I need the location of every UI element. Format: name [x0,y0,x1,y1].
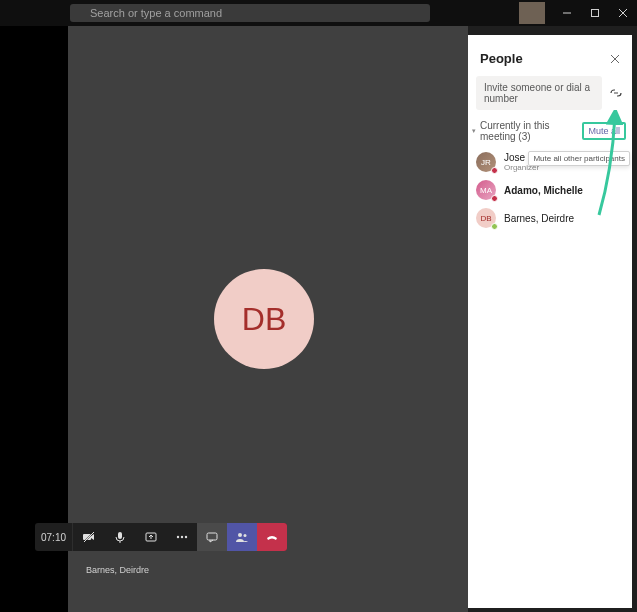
participant-row[interactable]: MAAdamo, Michelle [468,176,632,204]
search-placeholder: Search or type a command [90,7,222,19]
people-icon [235,530,249,544]
presence-indicator [491,167,498,174]
participant-avatar: DB [476,208,496,228]
svg-point-12 [184,536,186,538]
section-label: Currently in this meeting (3) [480,120,582,142]
svg-rect-7 [118,532,122,539]
people-close-button[interactable] [610,54,620,64]
mic-button[interactable] [104,523,135,551]
close-button[interactable] [609,0,637,26]
svg-rect-13 [207,533,217,540]
hangup-button[interactable] [257,523,287,551]
camera-button[interactable] [73,523,104,551]
participant-name: Barnes, Deirdre [504,213,574,224]
close-icon [618,8,628,18]
presence-indicator [491,195,498,202]
people-title: People [480,51,610,66]
share-icon [144,530,158,544]
people-button[interactable] [227,523,257,551]
participant-caption: Barnes, Deirdre [86,565,149,575]
chat-button[interactable] [197,523,227,551]
main-participant-avatar: DB [214,269,314,369]
share-invite-button[interactable] [608,87,624,99]
svg-point-15 [244,534,247,537]
close-icon [610,54,620,64]
share-button[interactable] [135,523,166,551]
participant-row[interactable]: JRJose RosarioOrganizerMute all other pa… [468,148,632,176]
participant-list: JRJose RosarioOrganizerMute all other pa… [468,148,632,232]
participant-row[interactable]: DBBarnes, Deirdre [468,204,632,232]
participant-avatar: MA [476,180,496,200]
hangup-icon [265,530,279,544]
participant-avatar: JR [476,152,496,172]
maximize-icon [590,8,600,18]
invite-placeholder: Invite someone or dial a number [484,82,590,104]
svg-point-11 [180,536,182,538]
search-input[interactable]: Search or type a command [70,4,430,22]
more-button[interactable] [166,523,197,551]
svg-point-14 [238,533,242,537]
link-icon [609,87,623,99]
svg-point-10 [176,536,178,538]
mic-icon [113,530,127,544]
people-header: People [468,35,632,76]
camera-off-icon [82,530,96,544]
section-row[interactable]: ▾ Currently in this meeting (3) Mute all [468,110,632,148]
more-icon [175,530,189,544]
chat-icon [205,530,219,544]
participant-name: Adamo, Michelle [504,185,583,196]
titlebar-right [519,0,637,26]
mute-all-tooltip: Mute all other participants [528,151,630,166]
call-timer: 07:10 [35,523,73,551]
participant-label: Barnes, Deirdre [504,213,574,224]
profile-square[interactable] [519,2,545,24]
mute-all-button[interactable]: Mute all [582,122,626,140]
invite-input[interactable]: Invite someone or dial a number [476,76,602,110]
collapse-icon: ▾ [472,127,480,135]
participant-label: Adamo, Michelle [504,185,583,196]
people-panel: People Invite someone or dial a number ▾… [468,35,632,608]
titlebar: Search or type a command [0,0,637,26]
minimize-icon [562,8,572,18]
invite-row: Invite someone or dial a number [468,76,632,110]
main-avatar-initials: DB [242,301,286,338]
meeting-stage: DB 07:10 Barnes, Deirdre [68,26,468,612]
presence-indicator [491,223,498,230]
maximize-button[interactable] [581,0,609,26]
call-control-bar: 07:10 [35,523,287,551]
svg-rect-1 [592,10,599,17]
minimize-button[interactable] [553,0,581,26]
